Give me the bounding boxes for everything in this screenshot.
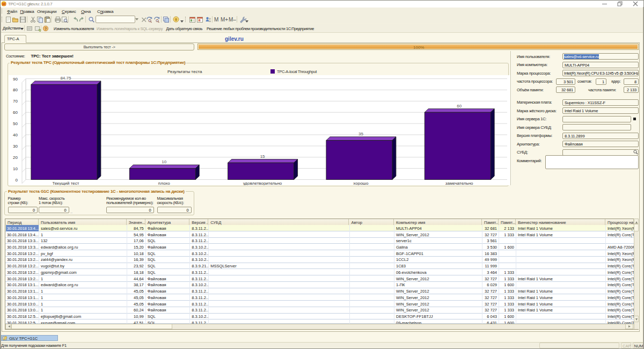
svg-text:хорошо: хорошо xyxy=(353,181,369,186)
svg-text:плохо: плохо xyxy=(158,181,170,186)
svg-text:50: 50 xyxy=(13,121,18,126)
svg-text:Текущий тест: Текущий тест xyxy=(52,181,79,186)
svg-text:60: 60 xyxy=(457,104,462,108)
svg-text:10: 10 xyxy=(13,166,18,171)
svg-text:80: 80 xyxy=(13,88,18,92)
svg-text:0: 0 xyxy=(16,178,18,183)
svg-text:я: я xyxy=(199,18,201,22)
svg-text:20: 20 xyxy=(13,155,18,160)
svg-text:i: i xyxy=(175,18,177,21)
svg-text:40: 40 xyxy=(13,133,18,137)
svg-text:замечательно: замечательно xyxy=(445,181,473,186)
svg-text:удовлетворительно: удовлетворительно xyxy=(243,181,282,186)
svg-text:70: 70 xyxy=(13,99,18,104)
svg-text:10: 10 xyxy=(162,159,166,164)
svg-text:60: 60 xyxy=(13,110,18,115)
svg-text:90: 90 xyxy=(13,77,18,82)
svg-text:15: 15 xyxy=(260,154,265,159)
svg-text:?: ? xyxy=(45,27,47,31)
svg-text:35: 35 xyxy=(358,132,363,136)
svg-text:84.75: 84.75 xyxy=(60,76,71,81)
svg-text:30: 30 xyxy=(13,144,18,149)
svg-text:1С: 1С xyxy=(2,2,6,6)
